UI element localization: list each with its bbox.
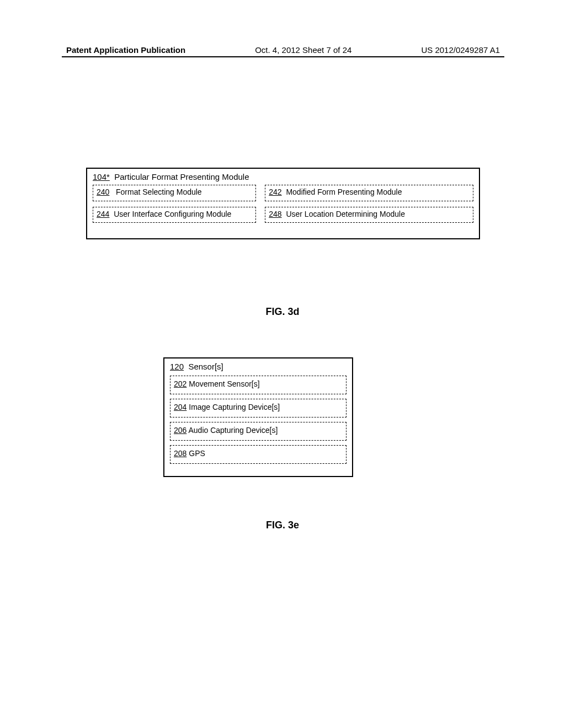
- label-208: GPS: [189, 449, 205, 458]
- ref-240: 240: [97, 188, 109, 196]
- fig3e-main-ref: 120: [170, 362, 184, 371]
- label-248: User Location Determining Module: [286, 210, 405, 218]
- fig3d-caption: FIG. 3d: [0, 306, 565, 318]
- fig3e-main-label: Sensor[s]: [188, 362, 223, 371]
- label-206: Audio Capturing Device[s]: [188, 426, 278, 435]
- fig3e-box-204: 204 Image Capturing Device[s]: [170, 399, 347, 417]
- ref-244: 244: [97, 210, 109, 218]
- header-right: US 2012/0249287 A1: [421, 45, 500, 55]
- ref-202: 202: [174, 379, 186, 388]
- fig3d-box-248: 248 User Location Determining Module: [265, 207, 473, 223]
- fig3d-box-240: 240 Format Selecting Module: [93, 185, 256, 201]
- label-202: Movement Sensor[s]: [189, 379, 259, 388]
- fig3d-row2: 244 User Interface Configuring Module 24…: [93, 207, 473, 223]
- fig3d-title: 104* Particular Format Presenting Module: [93, 172, 473, 181]
- fig3d-box-242: 242 Modified Form Presenting Module: [265, 185, 473, 201]
- fig3e-box-206: 206 Audio Capturing Device[s]: [170, 422, 347, 441]
- ref-208: 208: [174, 449, 186, 458]
- ref-204: 204: [174, 403, 186, 411]
- label-244: User Interface Configuring Module: [114, 210, 231, 218]
- label-204: Image Capturing Device[s]: [189, 403, 280, 411]
- fig3d-row1: 240 Format Selecting Module 242 Modified…: [93, 185, 473, 201]
- fig3e-sensor-box: 120 Sensor[s] 202 Movement Sensor[s] 204…: [163, 357, 353, 477]
- header-center: Oct. 4, 2012 Sheet 7 of 24: [255, 45, 351, 55]
- fig3e-title: 120 Sensor[s]: [170, 362, 347, 371]
- header-left: Patent Application Publication: [66, 45, 185, 55]
- ref-248: 248: [269, 210, 281, 218]
- fig3d-main-ref: 104*: [93, 172, 110, 181]
- header-rule: [62, 56, 504, 57]
- ref-242: 242: [269, 188, 281, 196]
- fig3e-caption: FIG. 3e: [0, 520, 565, 531]
- label-242: Modified Form Presenting Module: [286, 188, 402, 196]
- fig3e-box-208: 208 GPS: [170, 445, 347, 464]
- fig3d-box-244: 244 User Interface Configuring Module: [93, 207, 256, 223]
- fig3d-module-box: 104* Particular Format Presenting Module…: [86, 168, 480, 239]
- fig3e-box-202: 202 Movement Sensor[s]: [170, 376, 347, 394]
- page-header: Patent Application Publication Oct. 4, 2…: [66, 45, 500, 55]
- ref-206: 206: [174, 426, 186, 435]
- label-240: Format Selecting Module: [116, 188, 202, 196]
- fig3d-main-label: Particular Format Presenting Module: [114, 172, 249, 181]
